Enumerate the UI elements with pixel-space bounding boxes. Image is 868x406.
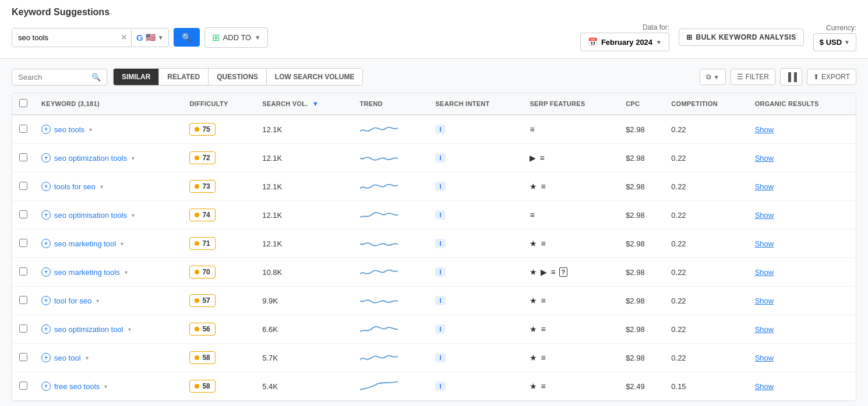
trend-chart	[360, 207, 401, 223]
keyword-link[interactable]: + seo optimization tools ▾	[41, 153, 175, 163]
show-results-link[interactable]: Show	[755, 182, 774, 191]
row-checkbox[interactable]	[19, 267, 27, 276]
intent-badge: I	[435, 382, 445, 391]
difficulty-cell: 58	[182, 344, 255, 372]
show-results-link[interactable]: Show	[755, 211, 774, 220]
keyword-link[interactable]: + seo tools ▾	[41, 125, 175, 134]
keyword-chevron-icon[interactable]: ▾	[121, 241, 124, 247]
keyword-chevron-icon[interactable]: ▾	[86, 355, 89, 361]
show-results-link[interactable]: Show	[755, 154, 774, 163]
keyword-cell: + seo tools ▾	[34, 115, 182, 144]
keyword-chevron-icon[interactable]: ▾	[125, 269, 128, 276]
row-checkbox[interactable]	[19, 125, 27, 133]
tab-similar[interactable]: SIMILAR	[114, 69, 159, 85]
show-results-link[interactable]: Show	[755, 325, 774, 334]
row-checkbox[interactable]	[19, 382, 27, 390]
select-all-checkbox[interactable]	[19, 99, 27, 107]
export-button[interactable]: ⬆ EXPORT	[807, 69, 856, 85]
add-keyword-icon[interactable]: +	[41, 324, 51, 334]
select-all-header	[12, 93, 34, 115]
keyword-chevron-icon[interactable]: ▾	[96, 298, 99, 304]
serp-star-icon: ★	[530, 353, 537, 362]
row-checkbox[interactable]	[19, 210, 27, 218]
show-results-link[interactable]: Show	[755, 296, 774, 305]
tab-related[interactable]: RELATED	[159, 69, 209, 85]
keyword-chevron-icon[interactable]: ▾	[100, 183, 103, 190]
col-search-vol[interactable]: SEARCH VOL. ▼	[255, 93, 352, 115]
difficulty-dot	[195, 355, 199, 360]
add-keyword-icon[interactable]: +	[41, 153, 51, 163]
intent-badge: I	[435, 324, 445, 334]
keyword-link[interactable]: + tool for seo ▾	[41, 296, 175, 305]
keyword-cell: + tool for seo ▾	[34, 287, 182, 315]
date-picker-button[interactable]: 📅 February 2024 ▼	[580, 33, 669, 51]
tab-questions[interactable]: QUESTIONS	[209, 69, 267, 85]
table-row: + seo tools ▾ 75 12.1K I ≡ $2.98 0.22 Sh…	[12, 115, 856, 144]
serp-star-icon: ★	[530, 324, 537, 334]
keyword-link[interactable]: + free seo tools ▾	[41, 382, 175, 391]
row-checkbox[interactable]	[19, 153, 27, 161]
filter-button[interactable]: ☰ FILTER	[731, 69, 775, 85]
keyword-text: seo optimization tool	[54, 325, 124, 334]
google-engine-button[interactable]: G 🇺🇸 ▼	[131, 29, 168, 46]
keyword-chevron-icon[interactable]: ▾	[104, 383, 107, 390]
search-button[interactable]: 🔍	[174, 28, 200, 47]
difficulty-cell: 57	[182, 287, 255, 315]
keyword-chevron-icon[interactable]: ▾	[132, 212, 135, 218]
cpc-cell: $2.98	[619, 144, 664, 172]
table-row: + seo optimisation tools ▾ 74 12.1K I ≡ …	[12, 201, 856, 230]
keyword-link[interactable]: + tools for seo ▾	[41, 182, 175, 191]
show-results-link[interactable]: Show	[755, 268, 774, 277]
view-toggle-button[interactable]: ▐▐	[780, 68, 802, 86]
add-to-button[interactable]: ⊞ ADD TO ▼	[204, 27, 269, 48]
keyword-link[interactable]: + seo marketing tools ▾	[41, 267, 175, 277]
add-keyword-icon[interactable]: +	[41, 210, 51, 220]
col-competition: COMPETITION	[664, 93, 747, 115]
difficulty-dot	[195, 270, 199, 274]
row-checkbox[interactable]	[19, 324, 27, 333]
add-keyword-icon[interactable]: +	[41, 296, 51, 305]
keyword-link[interactable]: + seo optimisation tools ▾	[41, 210, 175, 220]
row-checkbox[interactable]	[19, 239, 27, 247]
add-keyword-icon[interactable]: +	[41, 353, 51, 362]
add-keyword-icon[interactable]: +	[41, 182, 51, 191]
keyword-chevron-icon[interactable]: ▾	[89, 126, 92, 133]
keyword-link[interactable]: + seo optimization tool ▾	[41, 324, 175, 334]
cpc-cell: $2.98	[619, 172, 664, 201]
columns-button[interactable]: ⧉ ▼	[700, 69, 726, 85]
add-keyword-icon[interactable]: +	[41, 125, 51, 134]
serp-icons-group: ≡	[530, 210, 612, 220]
keyword-table-wrapper: KEYWORD (3,181) DIFFICULTY SEARCH VOL. ▼…	[12, 93, 856, 401]
add-keyword-icon[interactable]: +	[41, 239, 51, 248]
organic-results-cell: Show	[748, 201, 856, 230]
clear-button[interactable]: ✕	[117, 33, 131, 42]
show-results-link[interactable]: Show	[755, 125, 774, 134]
show-results-link[interactable]: Show	[755, 382, 774, 391]
row-checkbox[interactable]	[19, 296, 27, 304]
keyword-link[interactable]: + seo tool ▾	[41, 353, 175, 362]
keyword-text: seo tool	[54, 354, 81, 362]
keyword-chevron-icon[interactable]: ▾	[128, 326, 131, 333]
row-checkbox[interactable]	[19, 182, 27, 190]
difficulty-value: 56	[202, 325, 210, 333]
add-keyword-icon[interactable]: +	[41, 382, 51, 391]
competition-cell: 0.22	[664, 344, 747, 372]
serp-icons-group: ★≡	[530, 182, 612, 191]
show-results-link[interactable]: Show	[755, 354, 774, 362]
intent-cell: I	[428, 344, 523, 372]
currency-button[interactable]: $ USD ▼	[813, 33, 856, 51]
col-cpc: CPC	[619, 93, 664, 115]
currency-value: $ USD	[820, 38, 842, 47]
filter-search-input[interactable]	[18, 73, 88, 82]
show-results-link[interactable]: Show	[755, 239, 774, 248]
tab-low-search-volume[interactable]: LOW SEARCH VOLUME	[267, 69, 363, 85]
keyword-link[interactable]: + seo marketing tool ▾	[41, 239, 175, 248]
row-checkbox[interactable]	[19, 353, 27, 361]
main-search-input[interactable]	[12, 29, 117, 47]
serp-features-cell: ★≡	[523, 315, 619, 344]
difficulty-cell: 75	[182, 115, 255, 144]
keyword-chevron-icon[interactable]: ▾	[132, 155, 135, 161]
add-keyword-icon[interactable]: +	[41, 267, 51, 277]
intent-badge: I	[435, 296, 445, 305]
bulk-keyword-analysis-button[interactable]: ⊞ BULK KEYWORD ANALYSIS	[679, 29, 804, 46]
